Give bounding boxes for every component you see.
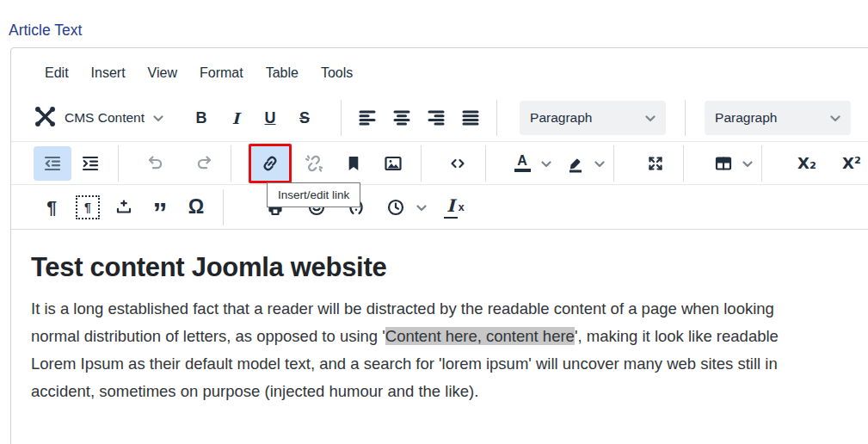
highlighter-icon <box>565 153 586 174</box>
fullscreen-icon <box>645 153 666 174</box>
cms-content-label: CMS Content <box>65 110 145 126</box>
toolbar-row-3: ¶ ¶ ” Ω Ix <box>11 184 868 230</box>
clock-icon <box>385 197 406 218</box>
image-icon <box>383 153 403 174</box>
subscript-button[interactable]: X₂ <box>788 146 826 181</box>
paragraph-format-value: Paragraph <box>530 110 592 126</box>
text-color-button[interactable]: A <box>505 146 539 181</box>
align-left-button[interactable] <box>350 101 385 135</box>
bold-icon: B <box>196 109 207 127</box>
align-center-button[interactable] <box>385 101 419 135</box>
toolbar-separator <box>341 100 342 136</box>
subscript-icon: X₂ <box>797 154 816 172</box>
anchor-icon: Ω <box>188 195 204 219</box>
chevron-down-icon[interactable] <box>594 156 605 171</box>
toolbar-separator <box>421 145 422 182</box>
strikethrough-icon: S <box>299 109 310 127</box>
chevron-down-icon[interactable] <box>742 156 753 171</box>
content-heading: Test content Joomla website <box>31 252 868 283</box>
visual-blocks-button[interactable]: ¶ <box>70 190 106 225</box>
indent-button[interactable] <box>71 146 109 181</box>
toolbar-row-2: A X₂ X² <box>11 141 868 184</box>
source-code-button[interactable] <box>439 146 477 181</box>
redo-icon <box>194 153 215 174</box>
superscript-button[interactable]: X² <box>833 146 868 181</box>
paragraph-marks-button[interactable]: ¶ <box>34 190 70 225</box>
undo-button[interactable] <box>136 146 174 181</box>
underline-button[interactable]: U <box>253 101 287 135</box>
chevron-down-icon <box>645 110 656 126</box>
indent-icon <box>80 153 101 174</box>
editor-menubar: Edit Insert View Format Table Tools <box>11 48 868 95</box>
code-icon <box>447 153 468 174</box>
bold-button[interactable]: B <box>184 101 219 135</box>
paragraph-line: accident, sometimes on purpose (injected… <box>31 378 868 405</box>
editor-content-area[interactable]: Test content Joomla website It is a long… <box>11 230 868 405</box>
toolbar-separator <box>485 145 486 182</box>
clear-formatting-x: x <box>459 201 465 213</box>
toolbar-separator <box>761 145 762 182</box>
toolbar-separator <box>683 145 684 182</box>
align-justify-button[interactable] <box>453 101 488 135</box>
menu-format[interactable]: Format <box>188 62 255 84</box>
chevron-down-icon[interactable] <box>541 156 551 171</box>
toolbar-separator <box>613 145 614 182</box>
outdent-button[interactable] <box>34 146 71 181</box>
clear-formatting-button[interactable]: Ix <box>435 190 473 225</box>
align-left-icon <box>357 108 378 128</box>
align-justify-icon <box>460 108 481 128</box>
blockquote-icon: ” <box>153 208 168 217</box>
toolbar-separator <box>223 189 224 225</box>
blockquote-button[interactable]: ” <box>142 190 178 225</box>
paragraph-style-dropdown[interactable]: Paragraph <box>705 101 851 135</box>
align-right-button[interactable] <box>419 101 453 135</box>
unlink-button[interactable] <box>295 146 333 181</box>
editor-container: Edit Insert View Format Table Tools CMS … <box>10 47 868 444</box>
insert-edit-link-button[interactable] <box>249 144 292 183</box>
menu-view[interactable]: View <box>137 62 188 84</box>
redo-button[interactable] <box>186 146 224 181</box>
chevron-down-icon <box>830 110 840 126</box>
menu-table[interactable]: Table <box>255 62 310 84</box>
italic-icon: I <box>232 109 239 127</box>
toolbar-separator <box>231 145 231 182</box>
table-button[interactable] <box>706 146 741 181</box>
cms-content-button[interactable]: CMS Content <box>34 105 163 132</box>
line-2-post: ', making it look like readable <box>575 327 779 345</box>
paragraph-line: It is a long established fact that a rea… <box>31 295 868 323</box>
chevron-down-icon[interactable] <box>416 200 427 215</box>
fullscreen-button[interactable] <box>637 146 674 181</box>
superscript-icon: X² <box>842 154 861 172</box>
visual-blocks-icon: ¶ <box>76 195 100 219</box>
toolbar-separator <box>118 145 119 182</box>
highlight-color-button[interactable] <box>558 146 593 181</box>
paragraph-line: normal distribution of letters, as oppos… <box>31 323 868 350</box>
undo-icon <box>145 153 165 174</box>
page-break-button[interactable] <box>106 190 142 225</box>
line-2-pre: normal distribution of letters, as oppos… <box>31 327 385 345</box>
italic-button[interactable]: I <box>219 101 253 135</box>
link-icon <box>260 153 280 174</box>
joomla-logo-icon <box>34 105 57 132</box>
strikethrough-button[interactable]: S <box>287 101 322 135</box>
insert-edit-link-tooltip: Insert/edit link <box>267 182 360 207</box>
selected-text: Content here, content here <box>385 327 575 345</box>
insert-datetime-button[interactable] <box>377 190 415 225</box>
text-color-icon: A <box>517 154 527 167</box>
text-color-bar <box>514 169 531 172</box>
menu-tools[interactable]: Tools <box>310 62 364 84</box>
toolbar-separator <box>496 100 497 136</box>
align-center-icon <box>391 108 412 128</box>
anchor-button[interactable]: Ω <box>178 190 214 225</box>
bookmark-anchor-button[interactable] <box>335 146 372 181</box>
menu-insert[interactable]: Insert <box>80 62 137 84</box>
article-text-label: Article Text <box>9 22 82 40</box>
align-right-icon <box>426 108 446 128</box>
outdent-icon <box>42 153 63 174</box>
toolbar-separator <box>685 100 686 136</box>
paragraph-format-dropdown[interactable]: Paragraph <box>520 101 666 135</box>
insert-image-button[interactable] <box>374 146 412 181</box>
bookmark-icon <box>343 153 364 174</box>
menu-edit[interactable]: Edit <box>34 62 80 84</box>
underline-icon: U <box>265 109 276 127</box>
